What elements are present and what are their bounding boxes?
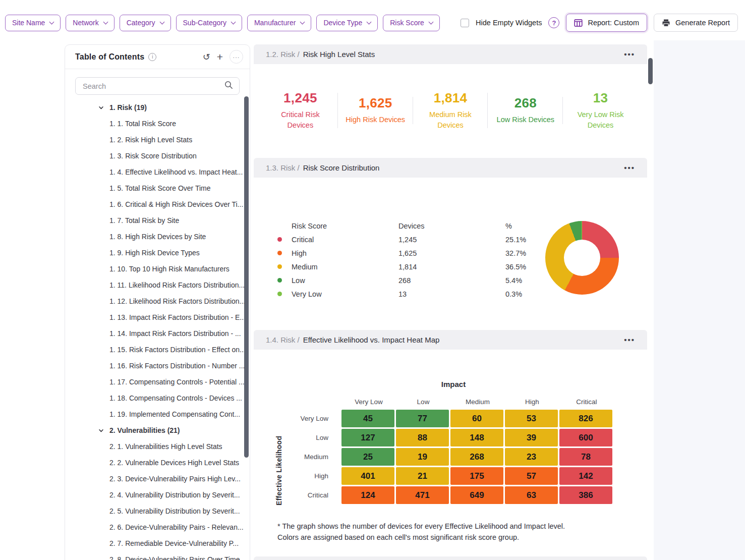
toc-item[interactable]: 2. 3. Device-Vulnerability Pairs High Le…	[65, 471, 250, 487]
toc-item[interactable]: 1. 12. Likelihood Risk Factors Distribut…	[65, 293, 250, 309]
widget-title: Risk Score Distribution	[303, 163, 380, 172]
toc-item[interactable]: 2. 2. Vulnerable Devices High Level Stat…	[65, 455, 250, 471]
toc-header: Table of Contents i ↺ + ...	[65, 45, 250, 69]
risk-score-label: Low	[292, 276, 398, 285]
help-icon[interactable]: ?	[548, 17, 559, 28]
generate-report-button[interactable]: Generate Report	[654, 14, 738, 32]
toc-item-label: 1. 7. Total Risk by Site	[109, 216, 179, 225]
hide-empty-widgets-label: Hide Empty Widgets	[476, 19, 542, 27]
widget-header: 1.3. Risk / Risk Score Distribution •••	[254, 158, 647, 178]
toc-item-label: 1. 18. Compensating Controls - Devices .…	[109, 394, 242, 402]
devices-value: 13	[398, 290, 505, 298]
col-percent: %	[505, 222, 561, 230]
distribution-table: Risk Score Devices % Critical 1,245 25.1…	[277, 219, 580, 301]
heatmap-grid: Very Low 45776053826 Low 1278814839600 M…	[275, 410, 632, 504]
filter-dropdown-button[interactable]: Site Name	[5, 15, 61, 31]
filter-dropdown-button[interactable]: Risk Score	[383, 15, 440, 31]
toc-item[interactable]: 1. 18. Compensating Controls - Devices .…	[65, 390, 250, 406]
toc-item[interactable]: 1. 7. Total Risk by Site	[65, 212, 250, 229]
toc-item[interactable]: 2. 6. Device-Vulnerability Pairs - Relev…	[65, 519, 250, 535]
toc-item[interactable]: 1. 13. Impact Risk Factors Distribution …	[65, 309, 250, 325]
toc-item[interactable]: 1. Risk (19)	[65, 99, 250, 116]
toc-item[interactable]: 1. 3. Risk Score Distribution	[65, 148, 250, 164]
toc-item[interactable]: 1. 5. Total Risk Score Over Time	[65, 180, 250, 196]
stat-card: 268 Low Risk Devices	[488, 93, 563, 127]
toc-item[interactable]: 1. 17. Compensating Controls - Potential…	[65, 374, 250, 390]
report-custom-button[interactable]: Report: Custom	[566, 14, 647, 32]
legend-dot	[277, 264, 282, 269]
toc-item[interactable]: 2. 5. Vulnerability Distribution by Seve…	[65, 503, 250, 519]
heatmap-cell: 127	[341, 429, 394, 446]
toc-item[interactable]: 1. 2. Risk High Level Stats	[65, 132, 250, 148]
filter-dropdown-button[interactable]: Manufacturer	[247, 15, 311, 31]
toc-item[interactable]: 1. 19. Implemented Compensating Cont...	[65, 406, 250, 422]
distribution-header-row: Risk Score Devices %	[277, 219, 580, 233]
toc-item[interactable]: 1. 1. Total Risk Score	[65, 116, 250, 132]
heatmap-cell: 142	[559, 467, 612, 485]
add-icon[interactable]: +	[217, 51, 223, 62]
filter-dropdown-button[interactable]: Device Type	[316, 15, 378, 31]
toc-item[interactable]: 2. 8. Device-Vulnerability Pairs Over Ti…	[65, 551, 250, 560]
stat-card: 1,814 Medium Risk Devices	[413, 88, 488, 133]
toc-actions: ↺ + ...	[203, 50, 243, 64]
toc-item-label: 2. 7. Remediable Device-Vulnerability P.…	[109, 539, 239, 547]
toc-item[interactable]: 1. 6. Critical & High Risk Devices Over …	[65, 196, 250, 212]
risk-score-label: Very Low	[292, 290, 398, 298]
info-icon: i	[148, 53, 156, 61]
table-row: Medium 1,814 36.5%	[277, 260, 580, 273]
toc-item-label: 1. 16. Risk Factors Distribution - Numbe…	[109, 362, 245, 370]
filter-dropdown-button[interactable]: Network	[66, 15, 114, 31]
toc-item-label: 1. 15. Risk Factors Distribution - Effec…	[109, 346, 246, 354]
more-options-icon[interactable]: ...	[230, 50, 243, 64]
toc-item[interactable]: 2. Vulnerabilities (21)	[65, 422, 250, 438]
filter-label: Risk Score	[390, 19, 424, 27]
toc-item[interactable]: 1. 4. Effective Likelihood vs. Impact He…	[65, 164, 250, 180]
risk-score-label: Medium	[292, 263, 398, 271]
heatmap-cell: 401	[341, 467, 394, 485]
stat-value: 1,245	[267, 90, 334, 106]
heatmap-cell: 39	[505, 429, 558, 446]
heatmap-y-axis-title: Effective Likelihood	[275, 422, 283, 519]
toc-item[interactable]: 1. 10. Top 10 High Risk Manufacturers	[65, 261, 250, 277]
filter-dropdown-button[interactable]: Category	[120, 15, 171, 31]
toc-item[interactable]: 1. 14. Impact Risk Factors Distribution …	[65, 325, 250, 342]
stat-label: Medium Risk Devices	[418, 109, 483, 131]
devices-value: 1,245	[398, 236, 505, 244]
toc-title: Table of Contents	[75, 52, 144, 62]
hide-empty-widgets-checkbox[interactable]	[461, 19, 469, 27]
legend-dot	[277, 251, 282, 255]
table-row: Very Low 13 0.3%	[277, 287, 580, 301]
widgets-column: 1.2. Risk / Risk High Level Stats ••• 1,…	[254, 44, 647, 560]
toc-item-label: 2. 4. Vulnerability Distribution by Seve…	[109, 491, 240, 499]
toc-item[interactable]: 1. 16. Risk Factors Distribution - Numbe…	[65, 358, 250, 374]
percent-value: 0.3%	[505, 290, 561, 298]
page-background-tint	[654, 40, 745, 560]
toc-item[interactable]: 1. 8. High Risk Devices by Site	[65, 229, 250, 245]
heatmap-cell: 77	[396, 410, 449, 427]
risk-score-donut	[545, 221, 619, 295]
toc-item[interactable]: 1. 15. Risk Factors Distribution - Effec…	[65, 342, 250, 358]
filter-dropdown-button[interactable]: Sub-Category	[176, 15, 242, 31]
toc-item[interactable]: 1. 11. Likelihood Risk Factors Distribut…	[65, 277, 250, 293]
next-widget-header-partial	[254, 556, 647, 560]
heatmap-cell: 386	[559, 486, 612, 504]
main-scrollbar-thumb[interactable]	[648, 58, 653, 84]
widget-title: Risk High Level Stats	[303, 50, 375, 59]
toc-item[interactable]: 2. 7. Remediable Device-Vulnerability P.…	[65, 535, 250, 551]
report-layout-icon	[574, 19, 583, 27]
toc-scrollbar-thumb[interactable]	[244, 96, 249, 458]
footnote-line-1: * The graph shows the number of devices …	[277, 521, 565, 532]
toc-item[interactable]: 2. 1. Vulnerabilities High Level Stats	[65, 438, 250, 455]
stat-value: 1,814	[417, 90, 484, 106]
stat-value: 13	[567, 90, 634, 106]
heatmap-cells: 1278814839600	[341, 429, 614, 446]
toc-item[interactable]: 1. 9. High Risk Device Types	[65, 245, 250, 261]
toc-item-label: 1. 9. High Risk Device Types	[109, 249, 200, 257]
refresh-icon[interactable]: ↺	[203, 52, 210, 62]
row-label: Very Low	[275, 415, 341, 422]
table-of-contents-panel: Table of Contents i ↺ + ... 1. Risk (19)…	[65, 44, 250, 560]
toc-item[interactable]: 2. 4. Vulnerability Distribution by Seve…	[65, 487, 250, 503]
widget-risk-score-distribution: 1.3. Risk / Risk Score Distribution ••• …	[254, 158, 647, 329]
toc-item-label: 1. Risk (19)	[109, 103, 147, 111]
search-input[interactable]	[82, 82, 224, 91]
